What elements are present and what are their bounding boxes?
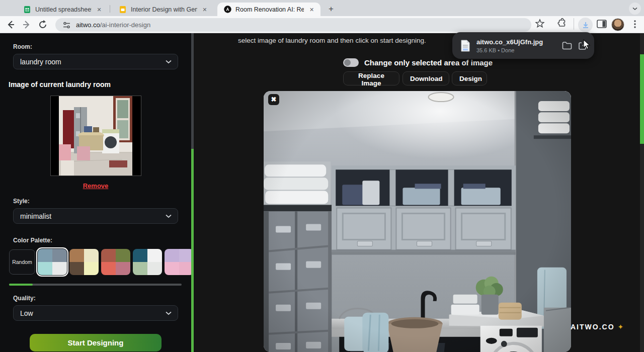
quality-select-value: Low [20,309,33,317]
download-button[interactable]: Download [403,71,449,85]
palette-color [165,249,179,262]
palette-color [69,249,84,262]
bookmark-star-icon[interactable] [534,18,545,29]
tab-title: Interior Design with Generati [131,6,197,13]
show-in-folder-icon[interactable] [562,41,572,50]
site-settings-icon[interactable] [62,21,71,29]
random-palette-button[interactable]: Random [9,249,35,275]
room-label: Room: [13,43,178,50]
tab-separator [110,5,110,13]
instruction-text: select image of laundry room and then cl… [238,37,426,44]
palette-swatch[interactable] [101,249,130,275]
forward-button[interactable] [21,19,32,30]
palette-color [84,249,99,262]
tab-spreadsheet[interactable]: Untitled spreadsheet - Googl ✕ [17,3,108,16]
selected-area-toggle-row: Change only selected area of image [343,58,493,67]
aitwo-logo-icon [223,6,231,14]
palette-swatch[interactable] [165,249,194,275]
palette-color [38,249,52,262]
page-scrollbar-thumb[interactable] [640,54,644,144]
selected-area-toggle-label: Change only selected area of image [364,58,493,67]
chevron-down-icon [166,214,172,218]
room-select[interactable]: laundry room [13,54,178,69]
tab-close-icon[interactable]: ✕ [96,6,103,14]
selected-area-toggle[interactable] [343,58,359,67]
extensions-puzzle-icon[interactable] [556,18,568,29]
download-arrow-icon [582,21,590,29]
tab-close-icon[interactable]: ✕ [201,6,208,14]
palette-color [116,249,130,262]
renovated-room-preview [264,91,571,352]
replace-image-button[interactable]: Replace Image [343,71,399,85]
download-meta: 35.6 KB • Done [476,47,543,53]
quality-select[interactable]: Low [13,305,178,321]
menu-kebab-icon[interactable] [630,18,640,30]
mouse-cursor [583,39,592,50]
url-host: aitwo.co [76,21,100,29]
palette-color [165,262,179,275]
design-button[interactable]: Design [452,71,487,85]
back-button[interactable] [5,19,16,30]
tab-close-icon[interactable]: ✕ [308,6,315,14]
color-palette-label: Color Palette: [13,237,178,244]
close-preview-button[interactable]: ✖ [268,94,279,105]
palette-swatch[interactable] [69,249,99,275]
download-notification[interactable]: aitwo.co_x6UjGfn.jpg 35.6 KB • Done [452,32,594,59]
side-panel-icon[interactable] [596,18,608,30]
palette-color [116,262,130,275]
tab-room-renovation-active[interactable]: Room Renovation AI: Renovat ✕ [217,3,320,16]
toolbar-divider [574,18,574,30]
file-jpg-icon [460,40,470,52]
uploaded-image-thumbnail[interactable] [50,96,141,176]
design-controls-sidebar: Room: laundry room Image of current laun… [0,33,191,352]
palette-row: Random [9,247,178,277]
palette-color [38,262,52,275]
url-path: /ai-interior-design [100,21,150,29]
palette-scrollbar-thumb[interactable] [9,284,33,286]
downloads-button[interactable] [578,18,593,32]
tab-title: Untitled spreadsheet - Googl [35,6,92,13]
palette-color [101,262,116,275]
palette-color [147,249,162,262]
start-designing-button[interactable]: Start Designing [30,334,162,351]
palette-color [133,262,147,275]
current-image-heading: Image of current laundry room [9,80,178,89]
palette-color [52,249,67,262]
download-file-info: aitwo.co_x6UjGfn.jpg 35.6 KB • Done [476,38,543,53]
browser-tab-strip: Untitled spreadsheet - Googl ✕ Interior … [0,0,644,16]
tab-slides[interactable]: Interior Design with Generati ✕ [113,3,213,16]
tab-search-button[interactable] [629,3,641,15]
main-panel: select image of laundry room and then cl… [194,33,644,352]
room-select-value: laundry room [20,58,61,66]
reload-button[interactable] [37,19,48,30]
chevron-down-icon [632,7,637,11]
laundry-room-photo [59,96,132,175]
remove-image-link[interactable]: Remove [13,182,178,190]
palette-swatch[interactable] [133,249,162,275]
tab-title: Room Renovation AI: Renovat [235,6,304,13]
sparkle-icon: ✦ [617,323,624,331]
palette-color [84,262,99,275]
chevron-down-icon [166,311,172,315]
style-select-value: minimalist [20,212,51,220]
address-bar[interactable]: aitwo.co/ai-interior-design [55,18,531,32]
palette-color [133,249,147,262]
palette-scrollbar[interactable] [9,284,182,286]
style-label: Style: [13,198,178,205]
renovated-room-image [264,91,571,352]
palette-color [101,249,116,262]
url-text: aitwo.co/ai-interior-design [76,21,150,29]
palette-swatch-selected[interactable] [38,249,67,275]
style-select[interactable]: minimalist [13,208,178,224]
new-tab-button[interactable]: + [325,4,337,16]
chevron-down-icon [166,60,172,64]
profile-avatar[interactable] [611,18,624,31]
palette-color [52,262,67,275]
download-filename: aitwo.co_x6UjGfn.jpg [476,38,543,46]
aitwo-watermark: AITWO.CO ✦ [571,323,624,331]
page-scrollbar-track[interactable] [640,33,644,352]
page-content: Room: laundry room Image of current laun… [0,33,644,352]
palette-color [69,262,84,275]
quality-label: Quality: [13,295,178,302]
palette-color [147,262,162,275]
